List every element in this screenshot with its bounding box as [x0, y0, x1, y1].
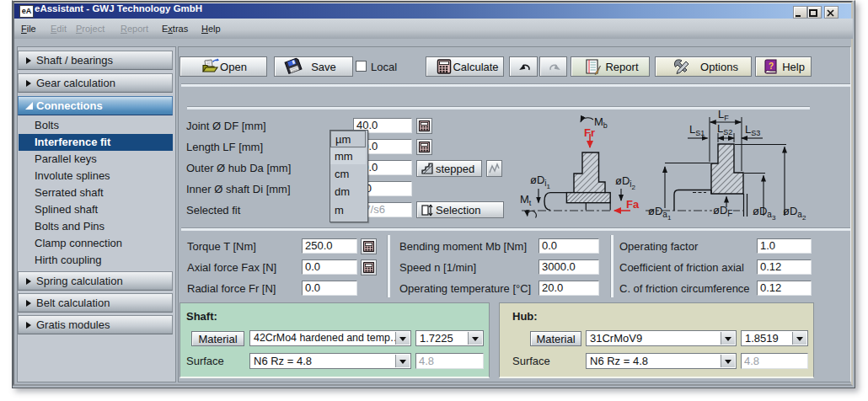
svg-text:LS3: LS3: [745, 123, 760, 137]
svg-text:Mt: Mt: [520, 193, 532, 207]
svg-text:øDa2: øDa2: [783, 205, 806, 222]
svg-text:Fr: Fr: [584, 126, 595, 139]
svg-text:øDF: øDF: [713, 204, 732, 218]
svg-text:øDa3: øDa3: [753, 205, 776, 222]
svg-text:Fa: Fa: [626, 198, 640, 211]
svg-text:LS2: LS2: [717, 122, 732, 136]
svg-text:øDa1: øDa1: [648, 205, 672, 222]
svg-text:øDi2: øDi2: [615, 174, 636, 191]
svg-text:LF: LF: [718, 108, 729, 122]
svg-text:LS1: LS1: [689, 123, 705, 137]
svg-text:?: ?: [769, 61, 774, 71]
svg-text:Mb: Mb: [594, 115, 608, 130]
svg-text:øDi1: øDi1: [530, 174, 551, 190]
